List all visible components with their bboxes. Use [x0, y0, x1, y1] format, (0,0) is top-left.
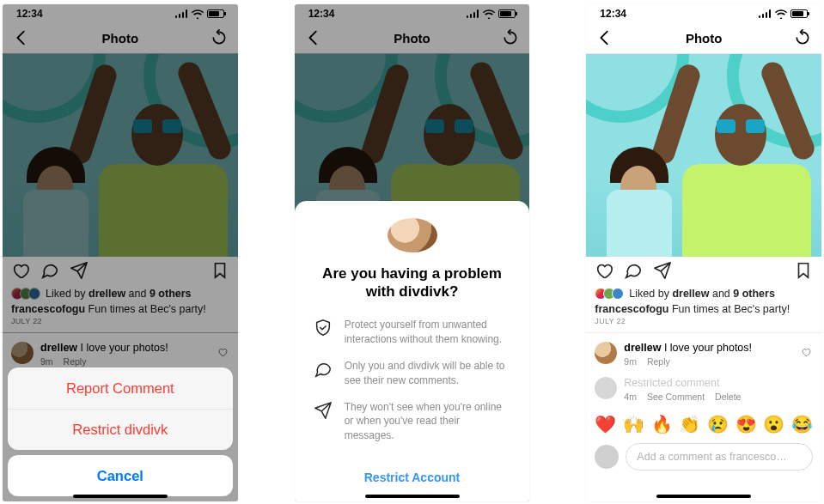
- see-comment-link[interactable]: See Comment: [647, 392, 705, 402]
- avatar: [595, 342, 617, 364]
- caption: francescofogu Fun times at Bec's party!: [586, 303, 821, 317]
- emoji-wow[interactable]: 😮: [763, 414, 784, 434]
- avatar: [595, 377, 617, 399]
- emoji-joy[interactable]: 😂: [791, 414, 813, 434]
- back-button[interactable]: [595, 27, 615, 48]
- action-sheet: Report Comment Restrict divdivk: [8, 367, 233, 450]
- bullet-messages: They won't see when you're online or whe…: [314, 400, 511, 443]
- heart-icon: [595, 261, 613, 280]
- wifi-icon: [775, 9, 787, 19]
- comments-list: drellew I love your photos! 9mReply Rest…: [586, 332, 821, 407]
- comment-icon: [624, 261, 643, 280]
- reload-icon: [794, 29, 811, 46]
- restrict-modal: Are you having a problem with divdivk? P…: [295, 201, 530, 501]
- clock: 12:34: [600, 8, 626, 20]
- emoji-raised-hands[interactable]: 🙌: [623, 414, 644, 434]
- report-comment-option[interactable]: Report Comment: [8, 367, 233, 409]
- nav-title: Photo: [686, 31, 723, 46]
- comment-input-row: Add a comment as francesco…: [586, 440, 821, 479]
- emoji-cry[interactable]: 😢: [707, 414, 729, 434]
- save-button[interactable]: [794, 261, 813, 283]
- emoji-quick-bar: ❤️ 🙌 🔥 👏 😢 😍 😮 😂: [586, 407, 821, 440]
- like-comment-button[interactable]: [801, 345, 811, 361]
- emoji-heart[interactable]: ❤️: [595, 414, 616, 434]
- comment-icon: [314, 360, 333, 379]
- battery-icon: [790, 9, 808, 18]
- comment-button[interactable]: [624, 261, 643, 283]
- comment-input[interactable]: Add a comment as francesco…: [626, 443, 813, 471]
- cellular-icon: [759, 9, 772, 18]
- emoji-heart-eyes[interactable]: 😍: [735, 414, 757, 434]
- likes-row[interactable]: Liked by drellew and 9 others: [586, 288, 821, 303]
- modal-title: Are you having a problem with divdivk?: [318, 264, 507, 301]
- modal-bullets: Protect yourself from unwanted interacti…: [314, 318, 511, 443]
- like-button[interactable]: [595, 261, 613, 283]
- send-icon: [314, 401, 333, 420]
- delete-link[interactable]: Delete: [715, 392, 741, 402]
- liker-avatars: [595, 288, 624, 300]
- comment-row[interactable]: drellew I love your photos! 9mReply: [586, 337, 821, 372]
- chevron-left-icon: [595, 28, 614, 47]
- status-icons: [759, 9, 808, 19]
- home-indicator[interactable]: [73, 495, 168, 498]
- cancel-button[interactable]: Cancel: [8, 455, 233, 496]
- target-avatar: [388, 218, 437, 252]
- status-bar: 12:34: [586, 4, 821, 23]
- screenshot-action-sheet: 12:34 Photo Liked by drellew and 9 other…: [3, 4, 238, 501]
- reload-button[interactable]: [792, 27, 813, 48]
- action-sheet-overlay[interactable]: Report Comment Restrict divdivk Cancel: [3, 4, 238, 501]
- home-indicator[interactable]: [656, 495, 751, 498]
- post-photo[interactable]: [586, 54, 821, 257]
- reply-link[interactable]: Reply: [647, 356, 670, 367]
- restrict-account-button[interactable]: Restrict Account: [364, 460, 461, 495]
- bullet-protect: Protect yourself from unwanted interacti…: [314, 318, 511, 347]
- post-actions: [586, 257, 821, 288]
- share-button[interactable]: [653, 261, 672, 283]
- emoji-clap[interactable]: 👏: [679, 414, 700, 434]
- bookmark-icon: [794, 261, 813, 280]
- nav-header: Photo: [586, 23, 821, 54]
- home-indicator[interactable]: [365, 495, 460, 498]
- send-icon: [653, 261, 672, 280]
- restricted-comment-row[interactable]: Restricted comment 4m See Comment Delete: [586, 372, 821, 407]
- post-date: JULY 22: [586, 317, 821, 332]
- restricted-label: Restricted comment: [624, 377, 813, 389]
- bullet-comments: Only you and divdivk will be able to see…: [314, 359, 511, 388]
- screenshot-restrict-modal: 12:34 Photo Are you having a problem wit…: [295, 4, 530, 501]
- emoji-fire[interactable]: 🔥: [651, 414, 673, 434]
- shield-check-icon: [314, 319, 333, 337]
- screenshot-restricted-view: 12:34 Photo Liked by drellew and 9 other…: [586, 4, 821, 501]
- self-avatar: [595, 445, 619, 469]
- heart-icon: [801, 347, 811, 357]
- restrict-modal-overlay[interactable]: Are you having a problem with divdivk? P…: [295, 4, 530, 501]
- restrict-user-option[interactable]: Restrict divdivk: [8, 409, 233, 450]
